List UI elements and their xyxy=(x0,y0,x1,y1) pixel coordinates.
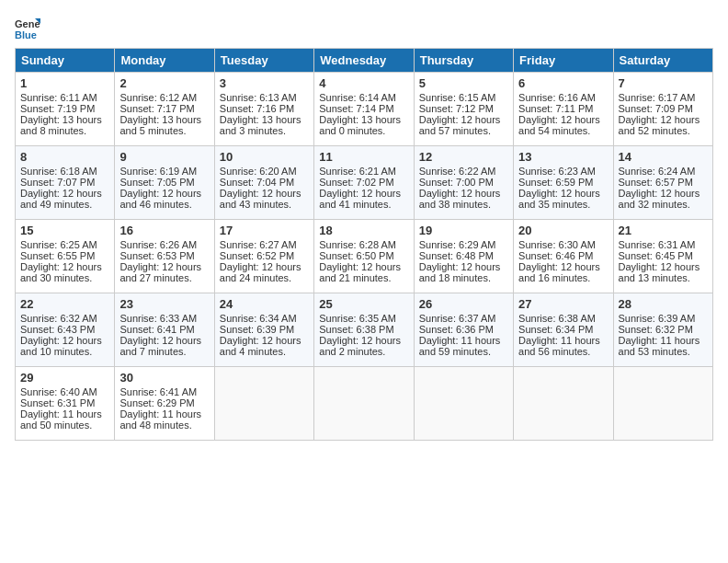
day-detail: Daylight: 12 hours xyxy=(20,335,109,346)
day-detail: Sunrise: 6:41 AM xyxy=(119,386,209,397)
day-detail: Sunset: 7:19 PM xyxy=(20,103,109,114)
day-detail: Sunset: 6:38 PM xyxy=(319,324,408,335)
calendar-day-cell: 24Sunrise: 6:34 AMSunset: 6:39 PMDayligh… xyxy=(214,293,313,367)
day-detail: and 50 minutes. xyxy=(20,419,109,431)
day-detail: and 2 minutes. xyxy=(319,346,408,357)
day-detail: and 46 minutes. xyxy=(119,199,209,210)
calendar-week-row: 1Sunrise: 6:11 AMSunset: 7:19 PMDaylight… xyxy=(16,73,713,146)
day-detail: Sunset: 7:05 PM xyxy=(119,177,209,188)
day-number: 13 xyxy=(518,150,608,164)
calendar-day-cell: 10Sunrise: 6:20 AMSunset: 7:04 PMDayligh… xyxy=(214,146,313,220)
day-detail: Sunrise: 6:32 AM xyxy=(20,313,109,324)
day-detail: Sunset: 6:59 PM xyxy=(518,177,608,188)
day-detail: Daylight: 11 hours xyxy=(20,408,109,419)
day-number: 4 xyxy=(319,76,408,90)
calendar-day-cell: 19Sunrise: 6:29 AMSunset: 6:48 PMDayligh… xyxy=(414,220,513,293)
day-detail: Daylight: 12 hours xyxy=(419,261,508,272)
day-number: 23 xyxy=(119,297,209,311)
day-detail: Daylight: 12 hours xyxy=(119,335,209,346)
day-detail: Daylight: 13 hours xyxy=(20,114,109,125)
day-detail: Daylight: 12 hours xyxy=(619,261,708,272)
day-detail: Daylight: 12 hours xyxy=(220,188,309,199)
day-detail: and 48 minutes. xyxy=(119,419,209,431)
day-detail: Sunset: 7:04 PM xyxy=(220,177,309,188)
day-detail: Daylight: 12 hours xyxy=(220,261,309,272)
day-number: 20 xyxy=(518,224,608,237)
day-detail: Daylight: 12 hours xyxy=(619,188,708,199)
calendar-day-cell: 7Sunrise: 6:17 AMSunset: 7:09 PMDaylight… xyxy=(613,73,712,146)
calendar-header-row: SundayMondayTuesdayWednesdayThursdayFrid… xyxy=(16,49,713,73)
day-detail: Sunrise: 6:13 AM xyxy=(220,92,309,103)
day-detail: and 3 minutes. xyxy=(220,125,309,136)
day-detail: Daylight: 12 hours xyxy=(319,188,408,199)
calendar-day-cell: 27Sunrise: 6:38 AMSunset: 6:34 PMDayligh… xyxy=(514,293,613,367)
weekday-header: Sunday xyxy=(16,49,115,73)
day-detail: Sunset: 6:36 PM xyxy=(419,324,508,335)
calendar-day-cell: 16Sunrise: 6:26 AMSunset: 6:53 PMDayligh… xyxy=(115,220,214,293)
day-detail: Daylight: 12 hours xyxy=(619,114,708,125)
day-detail: and 53 minutes. xyxy=(619,346,708,357)
day-detail: Sunrise: 6:39 AM xyxy=(619,313,708,324)
day-detail: and 57 minutes. xyxy=(419,125,508,136)
day-detail: Sunset: 6:34 PM xyxy=(518,324,608,335)
calendar-table: SundayMondayTuesdayWednesdayThursdayFrid… xyxy=(15,48,713,441)
calendar-day-cell xyxy=(514,367,613,441)
day-detail: Sunset: 6:39 PM xyxy=(220,324,309,335)
calendar-day-cell xyxy=(613,367,712,441)
day-detail: Sunrise: 6:31 AM xyxy=(619,239,708,250)
day-detail: Sunrise: 6:11 AM xyxy=(20,92,109,103)
day-detail: Sunset: 6:29 PM xyxy=(119,397,209,408)
day-detail: Daylight: 12 hours xyxy=(419,188,508,199)
day-detail: Sunset: 7:07 PM xyxy=(20,177,109,188)
weekday-header: Tuesday xyxy=(214,49,313,73)
day-detail: and 43 minutes. xyxy=(220,199,309,210)
day-detail: Sunrise: 6:18 AM xyxy=(20,166,109,177)
day-number: 12 xyxy=(419,150,508,164)
day-number: 2 xyxy=(119,76,209,90)
day-detail: Sunset: 7:02 PM xyxy=(319,177,408,188)
day-detail: Sunset: 7:09 PM xyxy=(619,103,708,114)
day-detail: Sunrise: 6:28 AM xyxy=(319,239,408,250)
calendar-day-cell: 1Sunrise: 6:11 AMSunset: 7:19 PMDaylight… xyxy=(16,73,115,146)
weekday-header: Monday xyxy=(115,49,214,73)
day-number: 19 xyxy=(419,224,508,237)
logo: General Blue xyxy=(15,15,44,40)
day-detail: and 35 minutes. xyxy=(518,199,608,210)
day-number: 7 xyxy=(619,76,708,90)
calendar-day-cell: 12Sunrise: 6:22 AMSunset: 7:00 PMDayligh… xyxy=(414,146,513,220)
day-detail: Daylight: 12 hours xyxy=(119,188,209,199)
calendar-day-cell: 18Sunrise: 6:28 AMSunset: 6:50 PMDayligh… xyxy=(314,220,414,293)
calendar-week-row: 8Sunrise: 6:18 AMSunset: 7:07 PMDaylight… xyxy=(16,146,713,220)
calendar-day-cell: 28Sunrise: 6:39 AMSunset: 6:32 PMDayligh… xyxy=(613,293,712,367)
day-detail: Daylight: 12 hours xyxy=(518,261,608,272)
day-detail: and 21 minutes. xyxy=(319,272,408,283)
day-detail: and 27 minutes. xyxy=(119,272,209,283)
day-detail: Sunset: 7:12 PM xyxy=(419,103,508,114)
day-detail: and 10 minutes. xyxy=(20,346,109,357)
calendar-day-cell: 29Sunrise: 6:40 AMSunset: 6:31 PMDayligh… xyxy=(16,367,115,441)
day-detail: Daylight: 12 hours xyxy=(419,114,508,125)
day-detail: Daylight: 13 hours xyxy=(319,114,408,125)
calendar-day-cell: 5Sunrise: 6:15 AMSunset: 7:12 PMDaylight… xyxy=(414,73,513,146)
calendar-day-cell: 17Sunrise: 6:27 AMSunset: 6:52 PMDayligh… xyxy=(214,220,313,293)
day-detail: Sunrise: 6:16 AM xyxy=(518,92,608,103)
weekday-header: Saturday xyxy=(613,49,712,73)
calendar-day-cell: 15Sunrise: 6:25 AMSunset: 6:55 PMDayligh… xyxy=(16,220,115,293)
day-detail: Sunrise: 6:26 AM xyxy=(119,239,209,250)
day-detail: Sunset: 7:00 PM xyxy=(419,177,508,188)
day-detail: and 7 minutes. xyxy=(119,346,209,357)
day-detail: Sunrise: 6:40 AM xyxy=(20,386,109,397)
day-detail: and 16 minutes. xyxy=(518,272,608,283)
day-number: 8 xyxy=(20,150,109,164)
day-detail: Sunrise: 6:17 AM xyxy=(619,92,708,103)
weekday-header: Wednesday xyxy=(314,49,414,73)
day-detail: Sunset: 6:45 PM xyxy=(619,250,708,261)
calendar-day-cell: 11Sunrise: 6:21 AMSunset: 7:02 PMDayligh… xyxy=(314,146,414,220)
calendar-day-cell: 8Sunrise: 6:18 AMSunset: 7:07 PMDaylight… xyxy=(16,146,115,220)
calendar-week-row: 22Sunrise: 6:32 AMSunset: 6:43 PMDayligh… xyxy=(16,293,713,367)
calendar-day-cell: 23Sunrise: 6:33 AMSunset: 6:41 PMDayligh… xyxy=(115,293,214,367)
day-detail: Sunrise: 6:34 AM xyxy=(220,313,309,324)
day-detail: Sunset: 6:48 PM xyxy=(419,250,508,261)
weekday-header: Thursday xyxy=(414,49,513,73)
weekday-header: Friday xyxy=(514,49,613,73)
